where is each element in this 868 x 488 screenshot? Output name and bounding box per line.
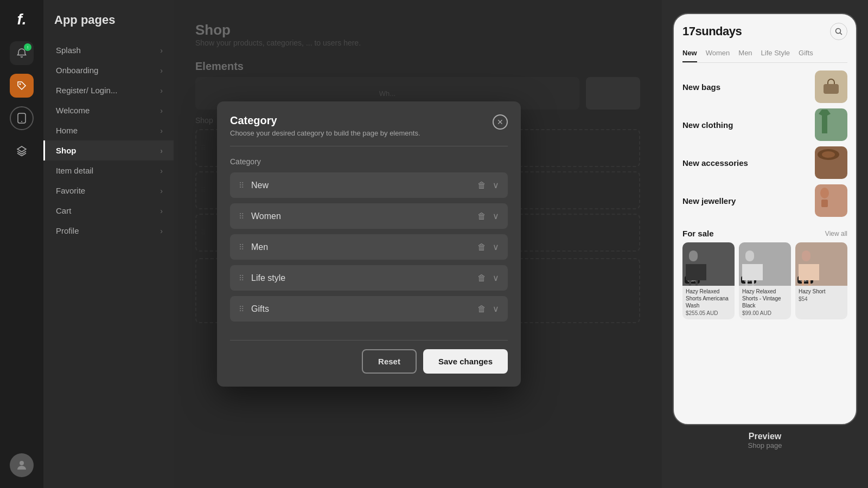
category-item-lifestyle[interactable]: ⠿ Life style 🗑 ∨ [230, 265, 508, 291]
chevron-down-icon[interactable]: ∨ [493, 242, 499, 252]
phone-mockup: 17sundays New Women Men Life Style Gifts… [673, 13, 857, 425]
phone-tab-women[interactable]: Women [706, 49, 730, 62]
category-item-men[interactable]: ⠿ Men 🗑 ∨ [230, 234, 508, 260]
nav-sidebar: App pages Splash › Onboarding › Register… [43, 0, 174, 488]
category-name: Life style [251, 273, 477, 283]
phone-tabs: New Women Men Life Style Gifts [682, 49, 847, 63]
phone-tab-men[interactable]: Men [738, 49, 752, 62]
sale-item-2[interactable]: Sale Hazy Relaxed Shorts - Vintage Black… [739, 242, 791, 319]
sidebar-item-profile[interactable]: Profile › [43, 221, 174, 241]
trash-icon[interactable]: 🗑 [477, 181, 486, 190]
notification-badge: ! [24, 43, 31, 51]
user-avatar[interactable] [10, 453, 34, 477]
chevron-icon: › [160, 227, 163, 235]
modal-subtitle: Choose your desired category to build th… [230, 129, 420, 137]
phone-tab-new[interactable]: New [682, 49, 697, 62]
category-name: Gifts [251, 304, 477, 314]
phone-inner: 17sundays New Women Men Life Style Gifts… [674, 14, 856, 424]
phone-category-name: New jewellery [682, 196, 736, 206]
phone-brand-row: 17sundays [682, 23, 847, 40]
preview-title: Preview [748, 432, 782, 441]
phone-category-row-accessories[interactable]: New accessories [682, 146, 847, 179]
chevron-down-icon[interactable]: ∨ [493, 273, 499, 283]
bag-illustration [821, 79, 841, 95]
chevron-icon: › [160, 106, 163, 115]
chevron-down-icon[interactable]: ∨ [493, 304, 499, 314]
sale-item-name-2: Hazy Relaxed Shorts - Vintage Black [742, 288, 788, 309]
sidebar-item-label: Register/ Login... [56, 86, 117, 95]
sidebar-item-label: Welcome [56, 106, 90, 115]
category-item-gifts[interactable]: ⠿ Gifts 🗑 ∨ [230, 296, 508, 322]
device-icon-btn[interactable] [10, 106, 34, 130]
preview-label-area: Preview Shop page [748, 425, 782, 450]
modal-title-block: Category Choose your desired category to… [230, 114, 420, 137]
sidebar-item-label: Home [56, 126, 78, 135]
sidebar-item-label: Favorite [56, 186, 85, 195]
category-modal: Category Choose your desired category to… [217, 101, 521, 387]
sidebar-item-shop[interactable]: Shop › [43, 140, 174, 160]
phone-tab-lifestyle[interactable]: Life Style [761, 49, 790, 62]
sidebar-item-label: Item detail [56, 166, 93, 175]
layers-icon [16, 145, 27, 156]
sidebar-item-label: Cart [56, 206, 71, 215]
phone-category-row-bags[interactable]: New bags [682, 70, 847, 103]
notification-icon-btn[interactable]: ! [10, 41, 34, 65]
trash-icon[interactable]: 🗑 [477, 242, 486, 252]
sale-item-info-2: Hazy Relaxed Shorts - Vintage Black $99.… [739, 286, 791, 319]
save-changes-button[interactable]: Save changes [423, 349, 508, 374]
drag-dots-icon: ⠿ [239, 212, 245, 221]
drag-dots-icon: ⠿ [239, 274, 245, 282]
modal-close-button[interactable]: ✕ [493, 114, 508, 130]
sale-item-img-1: Sale [682, 242, 735, 286]
svg-point-3 [20, 461, 24, 465]
modal-section-label: Category [230, 157, 508, 166]
sale-item-price-2: $99.00 AUD [742, 310, 788, 316]
phone-tab-gifts[interactable]: Gifts [799, 49, 813, 62]
chevron-down-icon[interactable]: ∨ [493, 211, 499, 221]
reset-button[interactable]: Reset [362, 349, 417, 374]
sidebar-item-label: Onboarding [56, 66, 98, 75]
sidebar-item-favorite[interactable]: Favorite › [43, 181, 174, 201]
sidebar-item-onboarding[interactable]: Onboarding › [43, 60, 174, 80]
sale-item-1[interactable]: Sale Hazy Relaxed Shorts Americana Wash … [682, 242, 735, 319]
category-name: Women [251, 211, 477, 221]
chevron-icon: › [160, 46, 163, 55]
svg-rect-12 [745, 251, 754, 261]
trash-icon[interactable]: 🗑 [477, 211, 486, 221]
nav-header: App pages [43, 13, 174, 40]
modal-divider-bottom [230, 340, 508, 341]
sidebar-item-splash[interactable]: Splash › [43, 40, 174, 60]
model-illustration-1 [682, 248, 710, 286]
layers-icon-btn[interactable] [10, 139, 34, 163]
trash-icon[interactable]: 🗑 [477, 304, 486, 314]
svg-rect-11 [689, 251, 698, 261]
svg-point-9 [820, 188, 829, 198]
sidebar-item-welcome[interactable]: Welcome › [43, 100, 174, 120]
chevron-icon: › [160, 207, 163, 215]
sale-item-3[interactable]: Sa... Hazy Short $54 [795, 242, 847, 319]
sidebar-item-home[interactable]: Home › [43, 120, 174, 140]
category-item-women[interactable]: ⠿ Women 🗑 ∨ [230, 203, 508, 229]
phone-icon [17, 113, 27, 124]
phone-category-row-jewellery[interactable]: New jewellery [682, 184, 847, 217]
sidebar-item-item-detail[interactable]: Item detail › [43, 160, 174, 181]
preview-panel: 17sundays New Women Men Life Style Gifts… [662, 0, 868, 488]
phone-category-row-clothing[interactable]: New clothing [682, 108, 847, 141]
search-icon [835, 28, 843, 35]
phone-search-btn[interactable] [830, 23, 847, 40]
category-item-new[interactable]: ⠿ New 🗑 ∨ [230, 172, 508, 198]
sidebar-item-register[interactable]: Register/ Login... › [43, 80, 174, 100]
sidebar-item-cart[interactable]: Cart › [43, 201, 174, 221]
sticker-icon-btn[interactable] [10, 74, 34, 98]
category-thumb-accessories [815, 146, 847, 179]
accessories-illustration [815, 146, 842, 163]
chevron-down-icon[interactable]: ∨ [493, 180, 499, 190]
view-all-link[interactable]: View all [825, 230, 847, 237]
icon-bar: f. ! [0, 0, 43, 488]
trash-icon[interactable]: 🗑 [477, 273, 486, 283]
sale-item-info-3: Hazy Short $54 [795, 286, 847, 305]
svg-point-8 [822, 151, 835, 158]
svg-rect-6 [824, 84, 839, 94]
sidebar-item-label: Profile [56, 226, 79, 235]
sale-items-list: Sale Hazy Relaxed Shorts Americana Wash … [682, 242, 847, 319]
